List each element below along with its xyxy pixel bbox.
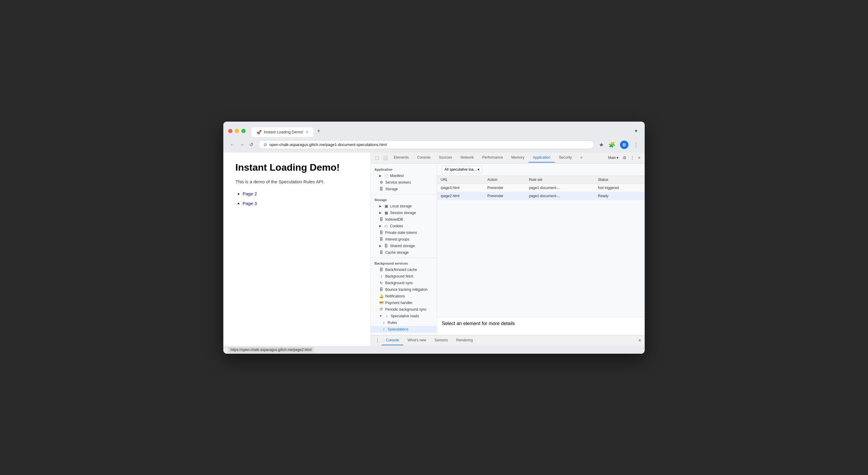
sidebar-item-speculative-loads[interactable]: ▼ ↕ Speculative loads: [371, 313, 437, 319]
column-header-ruleset: Rule set: [526, 176, 594, 184]
bottom-tab-rendering[interactable]: Rendering: [452, 336, 477, 345]
new-tab-button[interactable]: +: [313, 125, 324, 137]
session-storage-label: Session storage: [390, 211, 416, 215]
sidebar-item-notifications[interactable]: 🔔 Notifications: [371, 293, 437, 299]
sidebar-item-periodic-bg-sync[interactable]: ⏱ Periodic background sync: [371, 306, 437, 313]
page2-link[interactable]: Page 2: [243, 191, 257, 196]
browser-tab[interactable]: 🚀 Instant Loading Demo! ×: [252, 127, 313, 137]
devtools-body: Application ▶ 📄 Manifest ⚙ Service worke…: [371, 164, 645, 335]
tab-network[interactable]: Network: [456, 153, 478, 162]
more-menu-icon[interactable]: ⋮: [632, 140, 640, 149]
details-text: Select an element for more details: [442, 321, 515, 326]
indexeddb-icon: 🗄: [379, 217, 383, 221]
table-header-row: URL Action Rule set Status: [437, 176, 645, 184]
shared-storage-icon: 🗄: [384, 244, 388, 248]
tab-bar: 🚀 Instant Loading Demo! × +: [252, 125, 629, 137]
payment-handler-icon: 💳: [379, 301, 383, 305]
devtools-context: Main ▾: [606, 156, 621, 160]
tab-performance[interactable]: Performance: [478, 153, 507, 162]
close-button[interactable]: [228, 129, 232, 133]
bottom-menu-icon[interactable]: ⋮: [373, 336, 382, 345]
tab-overflow-button[interactable]: ▾: [632, 125, 640, 137]
bottom-close-button[interactable]: ×: [637, 336, 642, 344]
back-button[interactable]: ←: [228, 141, 237, 149]
sidebar-item-session-storage[interactable]: ▶ ▦ Session storage: [371, 209, 437, 216]
sidebar-item-payment-handler[interactable]: 💳 Payment handler: [371, 299, 437, 306]
cell-action-2: Prerender: [484, 192, 525, 200]
tab-console[interactable]: Console: [413, 153, 435, 162]
bottom-tab-sensors[interactable]: Sensors: [430, 336, 452, 345]
bottom-tab-console[interactable]: Console: [382, 336, 403, 345]
expand-arrow-shared: ▶: [379, 244, 382, 247]
tab-application[interactable]: Application: [528, 153, 555, 162]
devtools-close-button[interactable]: ×: [636, 154, 642, 161]
cell-ruleset-1: page1-document-...: [526, 184, 594, 192]
tab-close-button[interactable]: ×: [306, 130, 309, 135]
speculations-icon: ↕: [382, 327, 386, 331]
devtools-panel: ⬚ ⬜ Elements Console Sources Network Per…: [371, 153, 645, 346]
security-icon: ⊙: [264, 142, 267, 147]
tab-elements[interactable]: Elements: [390, 153, 413, 162]
sidebar-item-shared-storage[interactable]: ▶ 🗄 Shared storage: [371, 243, 437, 249]
sidebar-item-background-fetch[interactable]: ↕ Background fetch: [371, 273, 437, 280]
payment-handler-label: Payment handler: [385, 301, 413, 305]
sidebar-item-speculations[interactable]: ↕ Speculations: [371, 326, 437, 333]
bottom-tab-whatsnew[interactable]: What's new: [403, 336, 430, 345]
column-header-action: Action: [484, 176, 525, 184]
background-sync-label: Background sync: [385, 281, 413, 285]
cell-ruleset-2: page1-document-...: [526, 192, 594, 200]
column-header-url: URL: [437, 176, 484, 184]
sidebar-item-back-forward-cache[interactable]: 🗄 Back/forward cache: [371, 266, 437, 273]
settings-button[interactable]: ⚙: [621, 154, 628, 161]
rules-label: Rules: [388, 321, 397, 325]
status-url: https://open-chalk-asparagus.glitch.me/p…: [228, 347, 314, 353]
context-label: Main: [608, 156, 616, 160]
sidebar-item-cache-storage[interactable]: 🗄 Cache storage: [371, 249, 437, 256]
bookmark-icon[interactable]: ★: [598, 140, 605, 149]
page3-link[interactable]: Page 3: [243, 201, 257, 206]
sidebar-item-service-workers[interactable]: ⚙ Service workers: [371, 179, 437, 186]
sidebar-item-interest-groups[interactable]: 🗄 Interest groups: [371, 236, 437, 243]
extensions-icon[interactable]: 🧩: [607, 140, 616, 149]
dropdown-label: All speculative loa...: [444, 167, 476, 172]
sidebar-item-background-sync[interactable]: ↻ Background sync: [371, 280, 437, 286]
sidebar-item-storage-top[interactable]: 🗄 Storage: [371, 186, 437, 192]
page-description: This is a demo of the Speculation Rules …: [235, 179, 359, 184]
interest-groups-icon: 🗄: [379, 237, 383, 241]
minimize-button[interactable]: [235, 129, 239, 133]
sidebar-item-indexeddb[interactable]: 🗄 IndexedDB: [371, 216, 437, 223]
page-links: Page 2 Page 3: [235, 189, 359, 208]
profile-icon[interactable]: B: [619, 139, 630, 150]
forward-button[interactable]: →: [238, 141, 246, 149]
devtools-more-button[interactable]: ⋮: [628, 154, 636, 161]
sidebar-item-bounce-tracking[interactable]: 🗄 Bounce tracking mitigation: [371, 286, 437, 293]
tab-favicon: 🚀: [256, 130, 261, 135]
expand-arrow-session: ▶: [379, 211, 382, 214]
cell-action-1: Prerender: [484, 184, 525, 192]
sidebar-item-private-state[interactable]: 🗄 Private state tokens: [371, 229, 437, 236]
table-row[interactable]: /page2.html Prerender page1-document-...…: [437, 192, 645, 200]
main-content: Instant Loading Demo! This is a demo of …: [223, 153, 645, 346]
sidebar-item-local-storage[interactable]: ▶ ▦ Local storage: [371, 203, 437, 209]
devtools-tabs: Elements Console Sources Network Perform…: [390, 153, 606, 162]
speculation-header: All speculative loa... ▾: [437, 164, 645, 176]
column-header-status: Status: [594, 176, 645, 184]
cache-storage-label: Cache storage: [385, 250, 409, 255]
speculation-dropdown[interactable]: All speculative loa... ▾: [442, 166, 482, 173]
address-input[interactable]: ⊙ open-chalk-asparagus.glitch.me/page1-d…: [258, 140, 594, 149]
indexeddb-label: IndexedDB: [385, 217, 403, 221]
tab-more[interactable]: »: [576, 153, 587, 162]
sidebar-item-cookies[interactable]: ▶ ⬭ Cookies: [371, 223, 437, 229]
tab-security[interactable]: Security: [555, 153, 576, 162]
refresh-button[interactable]: ↺: [247, 141, 255, 149]
sidebar-item-manifest[interactable]: ▶ 📄 Manifest: [371, 173, 437, 179]
tab-memory[interactable]: Memory: [507, 153, 528, 162]
context-dropdown[interactable]: Main ▾: [608, 156, 619, 160]
inspect-element-button[interactable]: ⬚: [373, 154, 381, 161]
maximize-button[interactable]: [241, 129, 246, 133]
sidebar-item-rules[interactable]: ↕ Rules: [371, 319, 437, 326]
device-mode-button[interactable]: ⬜: [381, 154, 390, 161]
avatar[interactable]: B: [620, 141, 628, 149]
table-row[interactable]: /page3.html Prerender page1-document-...…: [437, 184, 645, 192]
tab-sources[interactable]: Sources: [435, 153, 456, 162]
